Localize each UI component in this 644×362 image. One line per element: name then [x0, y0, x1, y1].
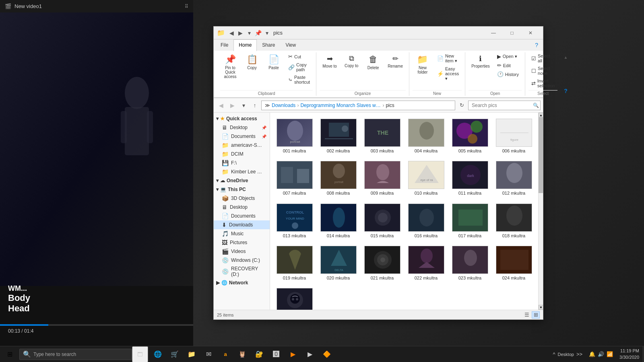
file-item-010[interactable]: eye of ra010 mkultra: [405, 158, 447, 199]
minimize-button[interactable]: —: [484, 27, 503, 39]
details-view-btn[interactable]: ☰: [523, 311, 531, 319]
sidebar-item-windows-c[interactable]: 💿 Windows (C:): [214, 256, 270, 265]
select-none-button[interactable]: ☐ Select none: [528, 65, 557, 77]
invert-selection-button[interactable]: ⇄ Invert selection: [528, 77, 557, 89]
sidebar-item-pictures[interactable]: 🖼 Pictures: [214, 238, 270, 247]
file-item-002[interactable]: 002 mkultra: [317, 116, 359, 156]
sidebar-item-recovery-d[interactable]: 💿 RECOVERY (D:): [214, 265, 270, 278]
large-icons-view-btn[interactable]: ⊞: [532, 311, 540, 319]
network-icon-taskbar[interactable]: 📶: [607, 351, 613, 357]
search-input[interactable]: [468, 101, 541, 110]
new-folder-button[interactable]: 📁 New folder: [413, 52, 433, 76]
ribbon-help-icon[interactable]: ?: [561, 87, 570, 95]
file-item-024[interactable]: 024 mkultra: [493, 243, 535, 284]
taskbar-edge-icon[interactable]: 🌐: [150, 346, 166, 362]
tab-home[interactable]: Home: [233, 39, 257, 51]
taskbar-vlc-icon[interactable]: ▶: [285, 346, 301, 362]
tab-share[interactable]: Share: [257, 39, 280, 51]
close-button[interactable]: ✕: [521, 27, 540, 39]
properties-button[interactable]: ℹ Properties: [469, 52, 493, 70]
easy-access-button[interactable]: ⚡ Easy access ▾: [434, 65, 462, 82]
delete-button[interactable]: 🗑 Delete: [363, 52, 383, 72]
sidebar-item-documents-qa[interactable]: 📄 Documents 📌: [214, 132, 270, 141]
forward-button[interactable]: ▶: [227, 101, 237, 110]
file-item-018[interactable]: 018 mkultra: [493, 201, 535, 241]
notification-icon[interactable]: 🔔: [589, 351, 595, 357]
file-item-014[interactable]: 014 mkultra: [317, 201, 359, 241]
taskbar-media-icon[interactable]: ▶: [302, 346, 318, 362]
maximize-button[interactable]: □: [503, 27, 521, 39]
file-item-009[interactable]: 009 mkultra: [361, 158, 403, 199]
file-item-003[interactable]: THE003 mkultra: [361, 116, 403, 156]
file-item-007[interactable]: 007 mkultra: [273, 158, 316, 199]
file-item-006[interactable]: figure006 mkultra: [493, 116, 535, 156]
file-item-020[interactable]: DELTA020 mkultra: [317, 243, 359, 284]
file-item-013[interactable]: CONTROLYOUR MIND013 mkultra: [273, 201, 316, 241]
paste-button[interactable]: 📄 Paste: [264, 52, 284, 72]
quick-access-back-btn[interactable]: ◀: [227, 29, 235, 37]
address-path[interactable]: ≫ Downloads › Deprogramming Monarch Slav…: [261, 101, 455, 110]
open-button[interactable]: ▶ Open ▾: [494, 52, 522, 61]
task-view-btn[interactable]: 🗔: [132, 346, 148, 362]
sidebar-thispc-header[interactable]: ▾ 💻 This PC: [214, 185, 270, 194]
refresh-button[interactable]: ↻: [457, 101, 466, 110]
scroll-up-btn[interactable]: ▲: [539, 113, 543, 117]
file-item-004[interactable]: 004 mkultra: [405, 116, 447, 156]
sidebar-item-kimber[interactable]: 📁 Kimber Lee - VR Pac: [214, 167, 270, 176]
start-button[interactable]: ⊞: [0, 346, 19, 362]
file-item-012[interactable]: 012 mkultra: [493, 158, 535, 199]
sidebar-item-americavr[interactable]: 📁 americavr-Sheridan.: [214, 141, 270, 150]
file-item-005[interactable]: 005 mkultra: [449, 116, 491, 156]
tab-view[interactable]: View: [280, 39, 301, 51]
taskbar-search[interactable]: 🔍 Type here to search: [19, 349, 132, 360]
video-progress-bar[interactable]: [0, 324, 193, 326]
sidebar-item-desktop-qa[interactable]: 🖥 Desktop 📌: [214, 123, 270, 132]
copy-to-button[interactable]: ⧉ Copy to: [341, 52, 361, 70]
sidebar-item-3d-objects[interactable]: 📦 3D Objects: [214, 194, 270, 203]
taskbar-extra-icon[interactable]: 🔶: [319, 346, 335, 362]
copy-button[interactable]: 📋 Copy: [242, 52, 262, 72]
move-to-button[interactable]: ➡ Move to: [320, 52, 340, 70]
volume-icon[interactable]: 🔊: [598, 351, 604, 357]
file-item-022[interactable]: 022 mkultra: [405, 243, 447, 284]
cut-button[interactable]: ✂ Cut: [285, 52, 313, 61]
quick-access-btn[interactable]: 📌: [254, 29, 262, 37]
edit-button[interactable]: ✏ Edit: [494, 61, 522, 70]
show-desktop-btn[interactable]: [642, 346, 644, 362]
file-item-017[interactable]: 017 mkultra: [449, 201, 491, 241]
breadcrumb-folder[interactable]: Deprogramming Monarch Slaves with Ultras…: [300, 103, 381, 108]
new-item-button[interactable]: 📄 New item ▾: [434, 52, 462, 65]
sidebar-onedrive-header[interactable]: ▾ ☁ OneDrive: [214, 176, 270, 185]
sidebar-item-downloads[interactable]: ⬇ Downloads: [214, 220, 270, 229]
titlebar-nav5[interactable]: ▾: [263, 29, 271, 37]
quick-access-forward-btn[interactable]: ▶: [236, 29, 244, 37]
taskbar-explorer-icon[interactable]: 📁: [184, 346, 200, 362]
taskbar-tripadvisor-icon[interactable]: 🦉: [234, 346, 250, 362]
select-all-button[interactable]: ☑ Select all: [528, 52, 557, 64]
ribbon-collapse-btn[interactable]: ▲: [561, 53, 570, 61]
breadcrumb-downloads[interactable]: Downloads: [272, 103, 295, 108]
scroll-down-btn[interactable]: ▼: [539, 305, 543, 310]
sidebar-item-dcim[interactable]: 📁 DCIM: [214, 150, 270, 158]
sidebar-item-documents-pc[interactable]: 📄 Documents: [214, 212, 270, 220]
recent-locations-button[interactable]: ▾: [239, 101, 248, 110]
file-item-015[interactable]: 015 mkultra: [361, 201, 403, 241]
copy-path-button[interactable]: 🔗 Copy path: [285, 61, 313, 73]
rename-button[interactable]: ✏ Rename: [385, 52, 406, 70]
file-item-016[interactable]: 016 mkultra: [405, 201, 447, 241]
file-item-001[interactable]: portrait001 mkultra: [273, 116, 316, 156]
taskbar-clock[interactable]: 11:19 PM 3/30/2020: [616, 348, 642, 360]
tab-file[interactable]: File: [215, 39, 233, 51]
taskbar-store-icon[interactable]: 🛒: [167, 346, 183, 362]
history-button[interactable]: 🕐 History: [494, 70, 522, 78]
up-button[interactable]: ↑: [250, 101, 260, 110]
sidebar-item-videos[interactable]: 🎬 Videos: [214, 247, 270, 256]
ribbon-help-btn[interactable]: ?: [532, 39, 541, 51]
paste-shortcut-button[interactable]: ⤷ Paste shortcut: [285, 74, 313, 86]
file-item-025[interactable]: 025 mkultra: [273, 285, 316, 310]
video-content[interactable]: WM... Body Head 00:13 / 01:4: [0, 12, 193, 346]
chevron-right-icon[interactable]: >>: [576, 351, 582, 357]
quick-access-down-btn[interactable]: ▾: [245, 29, 253, 37]
chevron-up-icon[interactable]: ^: [553, 351, 555, 357]
sidebar-item-desktop-pc[interactable]: 🖥 Desktop: [214, 203, 270, 212]
